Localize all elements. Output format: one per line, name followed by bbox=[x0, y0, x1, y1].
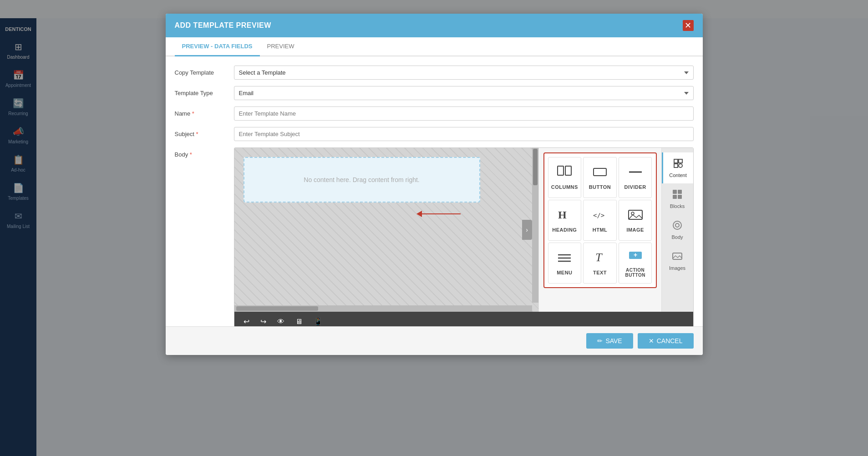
canvas-inner: No content here. Drag content from right… bbox=[234, 148, 538, 217]
modal-footer: ✏ SAVE ✕ CANCEL bbox=[166, 326, 703, 355]
svg-rect-19 bbox=[678, 190, 682, 194]
save-icon: ✏ bbox=[597, 337, 603, 345]
arrow-line bbox=[422, 213, 461, 214]
block-button[interactable]: BUTTON bbox=[583, 157, 617, 198]
blocks-tab-icon bbox=[672, 189, 683, 202]
subject-input[interactable] bbox=[234, 127, 694, 141]
images-tab-icon bbox=[672, 251, 683, 264]
template-type-label: Template Type bbox=[175, 90, 234, 96]
panel-toggle-button[interactable]: › bbox=[522, 220, 532, 240]
copy-template-select[interactable]: Select a Template bbox=[234, 66, 694, 80]
body-label: Body * bbox=[175, 147, 234, 158]
canvas-area[interactable]: › No content here. Drag content from rig… bbox=[234, 148, 538, 312]
modal-close-button[interactable]: ✕ bbox=[683, 20, 694, 31]
tab-preview-data-fields[interactable]: PREVIEW - DATA FIELDS bbox=[175, 37, 260, 56]
template-type-select[interactable]: Email SMS Letter bbox=[234, 86, 694, 100]
canvas-scrollbar-vertical[interactable] bbox=[532, 148, 538, 303]
menu-label: MENU bbox=[557, 270, 572, 275]
block-text[interactable]: T TEXT bbox=[583, 243, 617, 284]
modal-body: Copy Template Select a Template Template… bbox=[166, 56, 703, 326]
template-type-row: Template Type Email SMS Letter bbox=[175, 86, 694, 100]
divider-icon bbox=[628, 166, 643, 182]
action-button-icon: + bbox=[628, 249, 643, 265]
desktop-view-button[interactable]: 🖥 bbox=[292, 316, 306, 327]
block-action-button[interactable]: + ACTIONBUTTON bbox=[619, 243, 652, 284]
image-icon bbox=[628, 208, 643, 224]
body-required: * bbox=[190, 151, 192, 158]
svg-rect-18 bbox=[673, 190, 677, 194]
side-tab-images[interactable]: Images bbox=[662, 245, 693, 276]
side-tab-content[interactable]: Content bbox=[662, 152, 693, 183]
block-divider[interactable]: DIVIDER bbox=[619, 157, 652, 198]
svg-rect-0 bbox=[558, 166, 563, 175]
name-required: * bbox=[192, 110, 194, 117]
menu-icon bbox=[557, 251, 572, 267]
tab-preview[interactable]: PREVIEW bbox=[260, 37, 302, 56]
columns-label: COLUMNS bbox=[551, 184, 578, 190]
html-icon: </> bbox=[593, 208, 607, 224]
cancel-button[interactable]: ✕ CANCEL bbox=[638, 333, 694, 349]
save-button[interactable]: ✏ SAVE bbox=[586, 333, 633, 349]
svg-rect-15 bbox=[679, 159, 682, 163]
heading-label: HEADING bbox=[552, 227, 577, 233]
block-columns[interactable]: COLUMNS bbox=[548, 157, 582, 198]
scroll-thumb-vertical bbox=[533, 149, 538, 185]
body-tab-icon bbox=[672, 220, 683, 233]
modal-overlay: ADD TEMPLATE PREVIEW ✕ PREVIEW - DATA FI… bbox=[0, 0, 868, 456]
modal-header: ADD TEMPLATE PREVIEW ✕ bbox=[166, 14, 703, 37]
modal-dialog: ADD TEMPLATE PREVIEW ✕ PREVIEW - DATA FI… bbox=[166, 14, 703, 355]
content-panel: COLUMNS B bbox=[538, 148, 693, 312]
svg-text:T: T bbox=[595, 251, 603, 264]
block-menu[interactable]: MENU bbox=[548, 243, 582, 284]
svg-rect-1 bbox=[565, 166, 571, 175]
name-input[interactable] bbox=[234, 106, 694, 121]
action-button-label: ACTIONBUTTON bbox=[625, 268, 645, 278]
image-label: IMAGE bbox=[626, 227, 644, 233]
content-tab-icon bbox=[673, 158, 684, 171]
body-row: Body * › bbox=[175, 147, 694, 326]
subject-label: Subject * bbox=[175, 131, 234, 137]
button-label: BUTTON bbox=[589, 184, 611, 190]
undo-button[interactable]: ↩ bbox=[240, 315, 253, 326]
editor-toolbar: ↩ ↪ 👁 🖥 📱 bbox=[234, 312, 693, 326]
columns-icon bbox=[557, 166, 572, 182]
subject-required: * bbox=[196, 131, 198, 137]
cancel-label: CANCEL bbox=[657, 337, 683, 345]
cancel-icon: ✕ bbox=[649, 337, 654, 345]
redo-button[interactable]: ↪ bbox=[257, 315, 270, 326]
copy-template-row: Copy Template Select a Template bbox=[175, 66, 694, 80]
svg-text:</>: </> bbox=[593, 212, 604, 219]
preview-button[interactable]: 👁 bbox=[274, 316, 288, 327]
block-heading[interactable]: H HEADING bbox=[548, 200, 582, 241]
block-image[interactable]: IMAGE bbox=[619, 200, 652, 241]
svg-rect-21 bbox=[678, 195, 682, 199]
button-icon bbox=[593, 166, 607, 182]
editor-container: › No content here. Drag content from rig… bbox=[234, 147, 694, 326]
svg-rect-16 bbox=[674, 164, 678, 167]
svg-rect-6 bbox=[629, 210, 642, 219]
heading-icon: H bbox=[557, 208, 572, 224]
name-row: Name * bbox=[175, 106, 694, 121]
svg-text:+: + bbox=[634, 251, 637, 258]
divider-label: DIVIDER bbox=[624, 184, 646, 190]
modal-title: ADD TEMPLATE PREVIEW bbox=[175, 21, 271, 30]
block-html[interactable]: </> HTML bbox=[583, 200, 617, 241]
block-grid: COLUMNS B bbox=[543, 152, 657, 288]
html-label: HTML bbox=[593, 227, 608, 233]
svg-text:H: H bbox=[558, 209, 567, 221]
copy-template-label: Copy Template bbox=[175, 69, 234, 76]
canvas-scrollbar-horizontal[interactable] bbox=[234, 305, 532, 312]
mobile-view-button[interactable]: 📱 bbox=[310, 315, 326, 326]
side-tabs: Content Blocks bbox=[661, 148, 693, 312]
drop-zone-text: No content here. Drag content from right… bbox=[304, 176, 419, 183]
content-drop-zone[interactable]: No content here. Drag content from right… bbox=[244, 157, 480, 203]
block-grid-area: COLUMNS B bbox=[539, 148, 661, 312]
svg-rect-14 bbox=[674, 159, 678, 163]
drag-arrow bbox=[416, 211, 525, 217]
text-label: TEXT bbox=[593, 270, 607, 275]
svg-point-22 bbox=[673, 221, 681, 229]
subject-row: Subject * bbox=[175, 127, 694, 141]
svg-rect-2 bbox=[594, 168, 606, 176]
side-tab-body[interactable]: Body bbox=[662, 214, 693, 245]
side-tab-blocks[interactable]: Blocks bbox=[662, 183, 693, 214]
